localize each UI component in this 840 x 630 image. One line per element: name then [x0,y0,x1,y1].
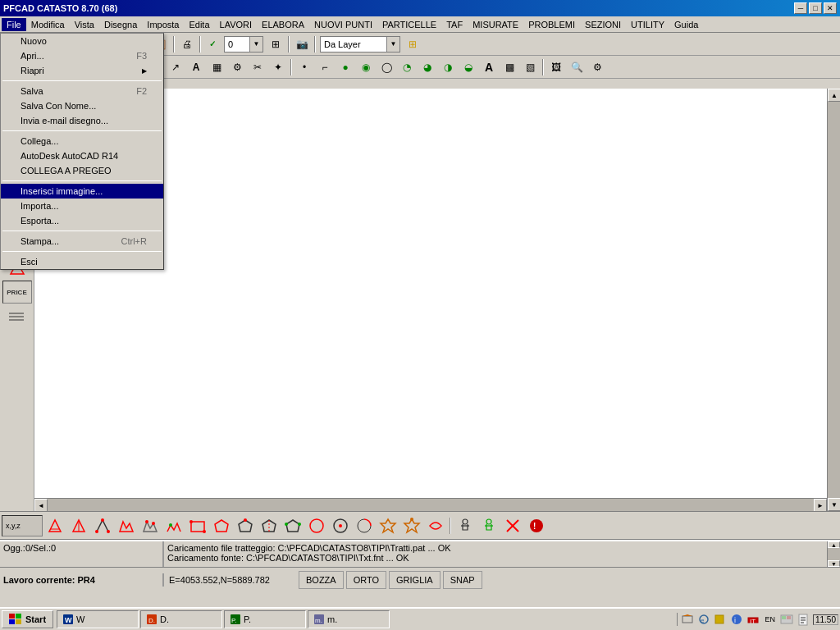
taskbar-item-4[interactable]: m. m. [308,610,390,628]
menu-nuovi-punti[interactable]: NUOVI PUNTI [309,18,377,31]
arc-tool[interactable]: ◔ [397,58,417,76]
menu-lavori[interactable]: LAVORI [215,18,258,31]
shape-btn-14[interactable] [353,517,376,535]
menu-salva-nome[interactable]: Salva Con Nome... [1,98,163,113]
check-button[interactable]: ✓ [203,35,221,53]
menu-edita[interactable]: Edita [184,18,214,31]
menu-problemi[interactable]: PROBLEMI [523,18,580,31]
scissors-tool[interactable]: ✂ [248,58,267,76]
shape-btn-12[interactable] [305,517,328,535]
hatch2-tool[interactable]: ▩ [500,58,519,76]
menu-invia[interactable]: Invia e-mail disegno... [1,113,163,128]
big-a-tool[interactable]: A [479,58,499,76]
snap-tool[interactable]: ⚙ [227,58,247,76]
menu-salva[interactable]: Salva F2 [1,84,163,98]
bozza-button[interactable]: BOZZA [299,571,344,589]
full-circle-tool[interactable]: ● [336,58,355,76]
shape-btn-5[interactable] [139,517,162,535]
menu-particelle[interactable]: PARTICELLE [377,18,441,31]
shape-btn-6[interactable] [162,517,185,535]
taskbar-item-1[interactable]: W W [57,610,139,628]
camera-button[interactable]: 📷 [292,35,312,53]
fill-tool[interactable]: ▧ [520,58,540,76]
scroll-h-track[interactable] [48,499,814,511]
scroll-v-track[interactable] [828,102,840,498]
star-tool[interactable]: ✦ [268,58,288,76]
shape-btn-10[interactable] [258,517,281,535]
circle2-tool[interactable]: ◉ [356,58,376,76]
menu-taf[interactable]: TAF [441,18,468,31]
figure-btn-2[interactable] [477,517,500,535]
minimize-button[interactable]: ─ [794,2,807,14]
shape-btn-15[interactable] [377,517,399,535]
arc2-tool[interactable]: ◕ [418,58,437,76]
log-scroll-down[interactable]: ▼ [828,560,840,567]
menu-importa[interactable]: Importa... [1,199,163,213]
menu-inserisci[interactable]: Inserisci immagine... [1,184,163,199]
menu-modifica[interactable]: Modifica [26,18,70,31]
menu-vista[interactable]: Vista [70,18,99,31]
menu-sezioni[interactable]: SEZIONI [580,18,626,31]
layer-combo-arrow[interactable]: ▼ [386,37,399,52]
text-tool[interactable]: A [186,58,206,76]
layer-btn[interactable]: ⊞ [403,35,422,53]
shape-btn-17[interactable] [424,517,447,535]
left-btn-10[interactable] [2,304,32,327]
maximize-button[interactable]: □ [809,2,822,14]
layer-combo[interactable]: Da Layer ▼ [320,36,400,52]
scroll-up-button[interactable]: ▲ [828,89,840,102]
angle-tool[interactable]: ⌐ [315,58,335,76]
menu-autocad[interactable]: AutoDesk AutoCAD R14 [1,148,163,163]
more-button[interactable]: ⊞ [266,35,285,53]
shape-btn-8[interactable] [210,517,233,535]
shape-btn-7[interactable] [186,517,209,535]
figure-btn-4[interactable]: ! [525,517,548,535]
arc4-tool[interactable]: ◒ [459,58,478,76]
taskbar-item-2[interactable]: D. D. [140,610,222,628]
shape-btn-9[interactable] [234,517,257,535]
shape-btn-13[interactable] [329,517,352,535]
dot-tool[interactable]: • [294,58,314,76]
print-button[interactable]: 🖨 [177,35,197,53]
griglia-button[interactable]: GRIGLIA [389,571,441,589]
left-btn-9[interactable]: PRICE [2,281,32,304]
start-button[interactable]: Start [2,610,53,628]
menu-esporta[interactable]: Esporta... [1,213,163,228]
figure-btn-1[interactable] [454,517,477,535]
menu-nuovo[interactable]: Nuovo [1,34,163,48]
menu-stampa[interactable]: Stampa... Ctrl+R [1,234,163,249]
menu-disegna[interactable]: Disegna [99,18,142,31]
close-button[interactable]: ✕ [824,2,837,14]
ring-tool[interactable]: ◯ [377,58,396,76]
taskbar-item-3[interactable]: P. P. [224,610,306,628]
arc3-tool[interactable]: ◑ [438,58,458,76]
zoom-tool[interactable]: 🔍 [567,58,587,76]
arrow2-tool[interactable]: ↗ [166,58,185,76]
menu-file[interactable]: File [2,18,26,31]
shape-btn-2[interactable] [67,517,90,535]
menu-esci[interactable]: Esci [1,254,163,269]
scroll-right-button[interactable]: ► [814,499,827,512]
figure-btn-3[interactable] [501,517,524,535]
menu-imposta[interactable]: Imposta [142,18,184,31]
settings2-tool[interactable]: ⚙ [587,58,607,76]
menu-utility[interactable]: UTILITY [626,18,669,31]
menu-riapri[interactable]: Riapri [1,63,163,78]
menu-collega[interactable]: Collega... [1,134,163,148]
photo-tool[interactable]: 🖼 [546,58,566,76]
scroll-left-button[interactable]: ◄ [34,499,48,512]
shape-btn-3[interactable] [91,517,114,535]
shape-btn-16[interactable] [400,517,423,535]
menu-misurate[interactable]: MISURATE [468,18,523,31]
menu-elabora[interactable]: ELABORA [257,18,309,31]
snap-button[interactable]: SNAP [443,571,482,589]
menu-apri[interactable]: Apri... F3 [1,48,163,63]
shape-btn-1[interactable] [43,517,66,535]
shape-btn-4[interactable] [115,517,138,535]
combo-arrow-icon[interactable]: ▼ [249,37,262,52]
menu-collega-pregeo[interactable]: COLLEGA A PREGEO [1,163,163,178]
shape-btn-11[interactable] [281,517,304,535]
scroll-down-button[interactable]: ▼ [828,498,840,511]
number-combo[interactable]: 0 ▼ [224,36,263,52]
orto-button[interactable]: ORTO [346,571,386,589]
